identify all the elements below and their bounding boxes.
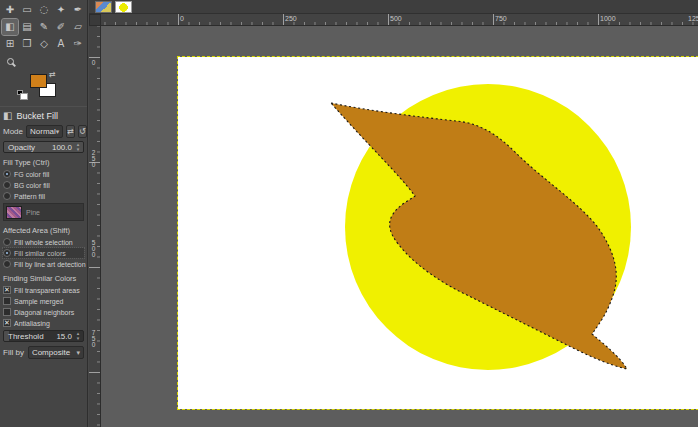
align-tool-button[interactable]: ⊞ [2, 36, 18, 52]
mode-row: Mode Normal ▾ ⇄ ↺ [3, 125, 84, 138]
affected-option-whole-selection[interactable]: Fill whole selection [3, 237, 84, 247]
canvas-viewport[interactable] [101, 26, 698, 427]
threshold-label: Threshold [8, 332, 44, 341]
ruler-label: 0 [178, 15, 184, 22]
image-tab-1[interactable] [95, 1, 112, 13]
fill-transparent-areas-label: Fill transparent areas [14, 287, 80, 294]
fill-transparent-areas-option[interactable]: ✕ Fill transparent areas [3, 285, 84, 295]
affected-area-section-label: Affected Area (Shift) [3, 226, 84, 235]
fill-type-option-pattern[interactable]: Pattern fill [3, 191, 84, 201]
affected-option-line-art[interactable]: Fill by line art detection [3, 259, 84, 269]
fill-type-option-fg-label: FG color fill [14, 171, 49, 178]
eraser-icon: ▱ [74, 22, 82, 32]
transform-tool-button[interactable]: ◇ [36, 36, 52, 52]
move-icon: ✚ [6, 5, 14, 15]
crop-icon: ❐ [23, 39, 32, 49]
foreground-color-swatch[interactable] [30, 74, 47, 88]
paths-tool-button[interactable]: ✒ [70, 2, 86, 18]
checkbox-checked-icon: ✕ [3, 286, 11, 294]
radio-unselected-icon [3, 192, 11, 200]
radio-selected-icon [3, 170, 11, 178]
pencil-tool-button[interactable]: ✎ [36, 19, 52, 35]
color-swatch-area: ⇄ [30, 74, 70, 102]
image-tabs-strip [89, 0, 698, 14]
text-tool-icon: A [58, 39, 65, 49]
tool-options-header: ◧ Bucket Fill [3, 110, 84, 121]
fuzzy-select-tool-button[interactable]: ✦ [53, 2, 69, 18]
free-select-icon: ◌ [40, 5, 49, 15]
default-colors-icon[interactable] [17, 90, 23, 95]
ruler-label: 250 [90, 147, 97, 167]
radio-selected-icon [3, 249, 11, 257]
swap-colors-icon[interactable]: ⇄ [49, 70, 56, 79]
radio-unselected-icon [3, 181, 11, 189]
zoom-tool-button[interactable] [2, 53, 18, 69]
antialiasing-label: Antialiasing [14, 320, 50, 327]
fill-type-option-fg[interactable]: FG color fill [3, 169, 84, 179]
affected-option-similar-colors[interactable]: Fill similar colors [3, 248, 84, 258]
rectangle-select-tool-button[interactable]: ▭ [19, 2, 35, 18]
opacity-value: 100.0 [52, 143, 72, 152]
pattern-selector[interactable]: Pine [3, 203, 84, 221]
fill-type-option-pattern-label: Pattern fill [14, 193, 45, 200]
mode-dropdown[interactable]: Normal ▾ [26, 125, 63, 138]
canvas[interactable] [178, 57, 698, 409]
canvas-image[interactable] [178, 57, 698, 409]
fill-type-option-bg[interactable]: BG color fill [3, 180, 84, 190]
reset-mode-button[interactable]: ↺ [78, 125, 87, 138]
gradient-tool-button[interactable]: ▤ [19, 19, 35, 35]
checkbox-unchecked-icon [3, 297, 11, 305]
ruler-label: 500 [90, 237, 97, 257]
affected-option-whole-selection-label: Fill whole selection [14, 239, 73, 246]
align-icon: ⊞ [6, 39, 14, 49]
tool-options-panel: ◧ Bucket Fill Mode Normal ▾ ⇄ ↺ Opacity … [0, 110, 87, 359]
fill-type-option-bg-label: BG color fill [14, 182, 50, 189]
bucket-fill-icon: ◧ [5, 22, 14, 32]
bucket-fill-tool-button[interactable]: ◧ [2, 19, 18, 35]
vertical-ruler[interactable]: 0 250 500 750 [89, 26, 101, 427]
ruler-label: 750 [90, 327, 97, 347]
diagonal-neighbors-option[interactable]: Diagonal neighbors [3, 307, 84, 317]
horizontal-ruler[interactable]: 0 250 500 750 1000 1250 [101, 14, 698, 26]
ruler-corner [89, 14, 101, 26]
threshold-slider[interactable]: Threshold 15.0 ▴▾ [3, 330, 84, 342]
opacity-spin-buttons[interactable]: ▴▾ [74, 141, 82, 152]
eraser-tool-button[interactable]: ▱ [70, 19, 86, 35]
switch-mode-group-button[interactable]: ⇄ [66, 125, 75, 138]
paintbrush-icon: ✐ [57, 22, 65, 32]
mode-value: Normal [30, 127, 56, 136]
ruler-label: 1000 [598, 15, 616, 22]
diagonal-neighbors-label: Diagonal neighbors [14, 309, 74, 316]
gradient-icon: ▤ [22, 22, 31, 32]
radio-unselected-icon [3, 260, 11, 268]
move-tool-button[interactable]: ✚ [2, 2, 18, 18]
affected-option-line-art-label: Fill by line art detection [14, 261, 86, 268]
opacity-slider[interactable]: Opacity 100.0 ▴▾ [3, 141, 84, 153]
color-picker-tool-button[interactable]: ✑ [70, 36, 86, 52]
sample-merged-label: Sample merged [14, 298, 63, 305]
spin-down-icon[interactable]: ▾ [77, 336, 80, 341]
spin-down-icon[interactable]: ▾ [77, 147, 80, 152]
paths-icon: ✒ [74, 5, 82, 15]
threshold-spin-buttons[interactable]: ▴▾ [74, 330, 82, 341]
text-tool-button[interactable]: A [53, 36, 69, 52]
ruler-label: 500 [388, 15, 402, 22]
fill-by-row: Fill by Composite ▾ [3, 346, 84, 359]
sample-merged-option[interactable]: Sample merged [3, 296, 84, 306]
paintbrush-tool-button[interactable]: ✐ [53, 19, 69, 35]
ruler-label: 1250 [686, 15, 698, 22]
checkbox-unchecked-icon [3, 308, 11, 316]
crop-tool-button[interactable]: ❐ [19, 36, 35, 52]
image-tab-2[interactable] [115, 1, 132, 13]
antialiasing-option[interactable]: ✕ Antialiasing [3, 318, 84, 328]
opacity-label: Opacity [8, 143, 35, 152]
finding-similar-section-label: Finding Similar Colors [3, 274, 84, 283]
fill-by-dropdown[interactable]: Composite ▾ [28, 346, 84, 359]
pattern-name: Pine [26, 209, 40, 216]
radio-unselected-icon [3, 238, 11, 246]
fill-type-section-label: Fill Type (Ctrl) [3, 158, 84, 167]
tool-options-title: Bucket Fill [16, 111, 58, 121]
free-select-tool-button[interactable]: ◌ [36, 2, 52, 18]
fill-by-label: Fill by [3, 348, 24, 357]
ruler-label: 750 [493, 15, 507, 22]
